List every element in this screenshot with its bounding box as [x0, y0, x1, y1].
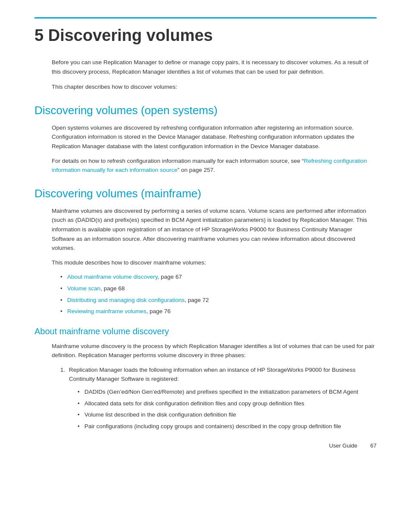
- phases-ordered-list: Replication Manager loads the following …: [60, 365, 377, 431]
- link-reviewing[interactable]: Reviewing mainframe volumes: [67, 308, 146, 314]
- intro-paragraph-2: This chapter describes how to discover v…: [52, 82, 377, 92]
- list-item: Replication Manager loads the following …: [60, 365, 377, 431]
- list-item: Volume scan, page 68: [60, 284, 377, 293]
- mainframe-para-1: Mainframe volumes are discovered by perf…: [52, 206, 377, 253]
- intro-paragraph-1: Before you can use Replication Manager t…: [52, 58, 377, 76]
- list-item: DADIDs (Gen’ed/Non Gen’ed/Remote) and pr…: [78, 387, 377, 397]
- section-heading-open-systems: Discovering volumes (open systems): [34, 104, 377, 117]
- list-item: Pair configurations (including copy grou…: [78, 422, 377, 431]
- about-mainframe-intro: Mainframe volume discovery is the proces…: [52, 342, 377, 360]
- page-container: 5 Discovering volumes Before you can use…: [0, 0, 411, 462]
- open-systems-para-2: For details on how to refresh configurat…: [52, 156, 377, 175]
- list-item: About mainframe volume discovery, page 6…: [60, 272, 377, 282]
- mainframe-para-2: This module describes how to discover ma…: [52, 258, 377, 268]
- open-systems-link[interactable]: Refreshing configuration information man…: [52, 158, 367, 174]
- top-rule: [34, 17, 377, 19]
- open-systems-para-1: Open systems volumes are discovered by r…: [52, 123, 377, 151]
- link-volume-scan[interactable]: Volume scan: [67, 285, 100, 292]
- list-item: Reviewing mainframe volumes, page 76: [60, 307, 377, 316]
- footer-label: User Guide: [329, 442, 358, 449]
- footer-page-number: 67: [371, 442, 377, 449]
- nested-bullet-list: DADIDs (Gen’ed/Non Gen’ed/Remote) and pr…: [78, 387, 377, 431]
- subsection-heading-about-mainframe: About mainframe volume discovery: [34, 327, 377, 336]
- section-heading-mainframe: Discovering volumes (mainframe): [34, 187, 377, 200]
- list-item: Allocated data sets for disk configurati…: [78, 399, 377, 408]
- list-item: Volume list described in the disk config…: [78, 410, 377, 420]
- link-about-mainframe[interactable]: About mainframe volume discovery: [67, 274, 158, 280]
- mainframe-bullet-list: About mainframe volume discovery, page 6…: [60, 272, 377, 316]
- list-item: Distributing and managing disk configura…: [60, 296, 377, 305]
- chapter-title: 5 Discovering volumes: [34, 26, 377, 45]
- page-footer: User Guide 67: [329, 442, 377, 449]
- link-distributing[interactable]: Distributing and managing disk configura…: [67, 297, 184, 303]
